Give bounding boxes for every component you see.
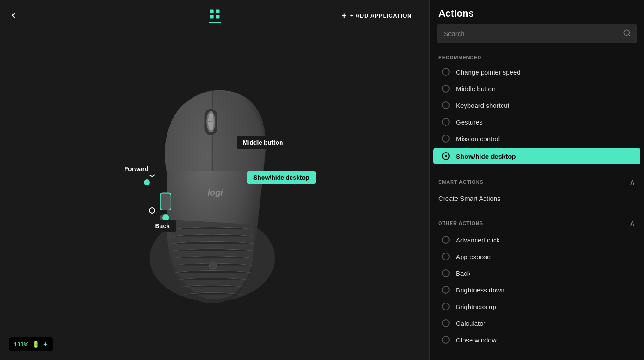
radio-back [442,269,450,277]
radio-keyboard-shortcut [442,101,450,109]
radio-show-hide-desktop [442,152,450,160]
right-panel: Actions RECOMMENDED Change pointer speed… [429,0,644,360]
other-actions-list: Advanced clickApp exposeBackBrightness d… [430,232,644,348]
action-item-brightness-down[interactable]: Brightness down [433,282,640,298]
action-label-app-expose: App expose [456,253,491,260]
action-label-calculator: Calculator [456,320,486,327]
action-item-middle-button[interactable]: Middle button [433,80,640,97]
action-label-middle-button: Middle button [456,85,495,93]
forward-label: Forward [118,163,155,175]
svg-rect-14 [160,193,171,210]
svg-point-17 [209,261,217,269]
radio-close-window [442,336,450,344]
svg-rect-3 [216,15,219,18]
bluetooth-icon: ✦ [43,341,48,348]
panel-title: Actions [430,0,644,24]
action-label-brightness-up: Brightness up [456,303,496,310]
action-label-show-hide-desktop: Show/hide desktop [456,153,516,160]
mouse-svg: logi [105,75,324,316]
back-dot [149,207,155,214]
action-item-advanced-click[interactable]: Advanced click [433,232,640,248]
mouse-area: logi Middle button Forward Show/hide des… [0,31,429,360]
create-smart-actions-link[interactable]: Create Smart Actions [430,190,644,207]
radio-calculator [442,319,450,327]
radio-brightness-down [442,286,450,294]
action-label-back: Back [456,270,470,277]
divider-1 [430,169,644,169]
other-actions-label: OTHER ACTIONS [438,221,483,226]
other-actions-section: OTHER ACTIONS ∧ [430,214,644,232]
search-box [437,24,637,43]
mouse-container: logi Middle button Forward Show/hide des… [105,75,324,316]
smart-actions-label: SMART ACTIONS [438,179,484,185]
action-label-mission-control: Mission control [456,135,500,143]
action-item-mission-control[interactable]: Mission control [433,130,640,147]
svg-line-19 [628,34,630,36]
action-label-brightness-down: Brightness down [456,286,505,294]
battery-icon: 🔋 [32,341,39,348]
radio-change-pointer-speed [442,68,450,76]
divider-2 [430,210,644,210]
show-hide-label: Show/hide desktop [247,171,316,184]
svg-rect-1 [216,10,219,13]
action-item-change-pointer-speed[interactable]: Change pointer speed [433,64,640,80]
add-application-button[interactable]: + + ADD APPLICATION [342,11,412,20]
other-actions-collapse-icon[interactable]: ∧ [630,218,635,228]
status-bar: 100% 🔋 ✦ [9,337,53,351]
radio-advanced-click [442,236,450,244]
action-label-close-window: Close window [456,336,497,344]
main-area: + + ADD APPLICATION [0,0,429,360]
tab-apps-grid[interactable] [209,8,221,23]
plus-icon: + [342,11,347,20]
radio-gestures [442,118,450,126]
svg-point-18 [624,30,629,35]
action-label-advanced-click: Advanced click [456,236,500,244]
action-item-keyboard-shortcut[interactable]: Keyboard shortcut [433,97,640,114]
action-item-close-window[interactable]: Close window [433,331,640,348]
back-button[interactable] [9,11,18,20]
battery-percentage: 100% [14,341,28,348]
svg-rect-2 [210,15,213,18]
top-bar: + + ADD APPLICATION [0,0,429,31]
action-item-gestures[interactable]: Gestures [433,114,640,130]
action-item-calculator[interactable]: Calculator [433,315,640,331]
radio-mission-control [442,135,450,143]
tabs-area [209,8,221,23]
action-label-keyboard-shortcut: Keyboard shortcut [456,102,509,109]
svg-text:logi: logi [207,188,223,197]
action-item-show-hide-desktop[interactable]: Show/hide desktop [433,148,640,164]
radio-middle-button [442,85,450,93]
action-label-change-pointer-speed: Change pointer speed [456,68,521,76]
search-icon [623,29,631,39]
action-item-app-expose[interactable]: App expose [433,248,640,265]
recommended-label: RECOMMENDED [430,50,644,64]
search-input[interactable] [437,24,637,43]
action-label-gestures: Gestures [456,118,483,126]
smart-actions-section: SMART ACTIONS ∧ [430,173,644,190]
radio-app-expose [442,253,450,260]
smart-actions-collapse-icon[interactable]: ∧ [630,177,635,187]
show-hide-dot [144,179,150,185]
svg-rect-0 [210,10,213,13]
recommended-list: Change pointer speedMiddle buttonKeyboar… [430,64,644,165]
action-item-back[interactable]: Back [433,265,640,282]
action-item-brightness-up[interactable]: Brightness up [433,298,640,315]
middle-button-label: Middle button [237,136,289,149]
back-label: Back [149,220,176,232]
radio-brightness-up [442,303,450,310]
